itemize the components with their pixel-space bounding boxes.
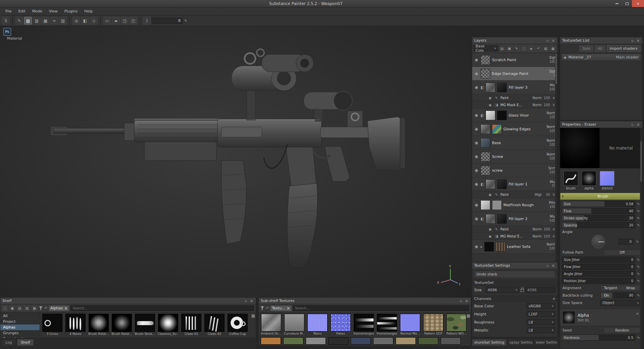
- edit-value-icon[interactable]: [635, 240, 640, 244]
- angle-jitter-slider[interactable]: Angle Jitter0: [562, 271, 641, 277]
- fill-geometry-triangle-icon[interactable]: ◳: [121, 17, 129, 25]
- effect-row[interactable]: PaintHlgt30: [472, 191, 557, 198]
- stylus-pressure-icon[interactable]: ): [143, 17, 151, 25]
- maximize-button[interactable]: [622, 0, 632, 7]
- texture-item[interactable]: Pattern WO...: [446, 314, 467, 335]
- remove-alpha-icon[interactable]: [635, 311, 640, 323]
- layer-visibility-toggle[interactable]: [474, 140, 479, 145]
- channel-format-dropdown[interactable]: L8: [527, 319, 555, 325]
- chip-remove-icon[interactable]: [64, 306, 67, 311]
- follow-path-toggle[interactable]: Off: [604, 250, 641, 255]
- smudge-tool-icon[interactable]: ≈: [50, 17, 58, 25]
- minimize-button[interactable]: [612, 0, 622, 7]
- tab-textureset-settings[interactable]: xtureSet Setting: [472, 339, 507, 346]
- shelf-item[interactable]: Claws 02: [204, 314, 225, 337]
- layer-visibility-toggle[interactable]: [474, 168, 479, 173]
- shelf-search-input[interactable]: [70, 305, 254, 311]
- panel-float-icon[interactable]: [244, 299, 248, 303]
- panel-float-icon[interactable]: [545, 39, 550, 42]
- texture-thumbnail[interactable]: [351, 337, 371, 345]
- layer-row[interactable]: Glass VisorNorm100: [472, 108, 557, 122]
- texture-item[interactable]: flakes: [330, 314, 351, 335]
- category-grunges[interactable]: Grunges: [0, 330, 40, 336]
- panel-close-icon[interactable]: [551, 263, 555, 268]
- effect-row[interactable]: MG Metal E...Norm100: [472, 233, 557, 240]
- texture-item[interactable]: Curvature M...: [284, 314, 305, 335]
- category-project[interactable]: Project: [0, 319, 40, 324]
- add-smart-material-icon[interactable]: ◈: [528, 45, 534, 52]
- hardness-slider[interactable]: Hardness0.5: [562, 335, 641, 341]
- material-picker-icon[interactable]: ◎: [72, 17, 80, 25]
- texture-item[interactable]: fresnelranges: [353, 314, 374, 335]
- alpha-slot[interactable]: [582, 171, 596, 186]
- panel-close-icon[interactable]: [464, 299, 469, 303]
- channel-format-dropdown[interactable]: sRGB8: [527, 303, 555, 309]
- viewport-3d[interactable]: Ps Material Y X z: [0, 26, 471, 297]
- layer-visibility-toggle[interactable]: [474, 57, 479, 62]
- alpha-thumbnail[interactable]: [563, 311, 575, 323]
- shelf-refresh-icon[interactable]: ▥: [24, 305, 30, 311]
- layer-visibility-toggle[interactable]: [474, 244, 479, 249]
- shelf-item[interactable]: Brush Rotat...: [88, 314, 109, 337]
- layer-row[interactable]: Fill layer 2Mul100: [472, 212, 557, 226]
- effect-visibility-toggle[interactable]: [488, 227, 493, 231]
- channel-filter-dropdown[interactable]: Base Colo: [474, 45, 498, 51]
- size-dropdown[interactable]: 4096: [486, 287, 519, 293]
- add-paint-layer-icon[interactable]: ✎: [513, 45, 520, 52]
- panel-float-icon[interactable]: [545, 264, 550, 267]
- projection-tool-icon[interactable]: ▧: [33, 17, 41, 25]
- tab-display-settings[interactable]: splay Setting: [507, 339, 533, 346]
- clear-filter-icon[interactable]: [44, 306, 47, 310]
- menu-mode[interactable]: Mode: [29, 8, 46, 15]
- tab-shelf[interactable]: Shelf: [17, 339, 34, 346]
- channel-format-dropdown[interactable]: L8: [527, 327, 555, 333]
- layer-row[interactable]: Glowing EdgesNorm100: [472, 122, 557, 136]
- spacing-slider[interactable]: Spacing20: [562, 222, 641, 228]
- texture-item[interactable]: Ambient Oc...: [261, 314, 282, 335]
- panel-close-icon[interactable]: [249, 299, 254, 303]
- chip-remove-icon[interactable]: [287, 306, 290, 311]
- layer-row[interactable]: BaseNorm100: [472, 136, 557, 150]
- import-shaders-button[interactable]: Import shaders: [607, 45, 641, 52]
- channel-format-dropdown[interactable]: L16F: [527, 311, 555, 317]
- grid-view-icon[interactable]: [251, 313, 255, 318]
- eraser-tool-icon[interactable]: ▨: [24, 17, 32, 25]
- effect-visibility-toggle[interactable]: [488, 96, 493, 100]
- angle-dial[interactable]: [592, 235, 605, 248]
- add-effect-icon[interactable]: ▤: [499, 45, 505, 52]
- size-slider[interactable]: Size0.58: [562, 201, 641, 207]
- brush-section-header[interactable]: Brush: [560, 193, 642, 200]
- menu-view[interactable]: View: [46, 8, 61, 15]
- layer-row[interactable]: ScrewNorm100: [472, 150, 557, 164]
- effect-visibility-toggle[interactable]: [488, 234, 493, 238]
- layer-visibility-toggle[interactable]: [474, 182, 479, 186]
- flow-slider[interactable]: Flow40: [562, 208, 641, 214]
- fill-geometry-mesh-icon[interactable]: ▭: [103, 17, 111, 25]
- fill-geometry-object-icon[interactable]: ◰: [130, 17, 137, 25]
- layer-visibility-toggle[interactable]: [474, 154, 479, 159]
- shelf-item[interactable]: 4 Marks: [65, 314, 86, 337]
- brush-size-edit-icon[interactable]: [184, 19, 188, 23]
- layer-visibility-toggle[interactable]: [474, 203, 479, 207]
- menu-file[interactable]: File: [2, 8, 15, 15]
- filter-icon[interactable]: [39, 306, 43, 310]
- texture-item[interactable]: Normal Ma...: [400, 314, 420, 335]
- angle-value-field[interactable]: 0: [618, 239, 633, 245]
- menu-help[interactable]: Help: [81, 8, 96, 15]
- backface-angle-field[interactable]: 90: [613, 293, 635, 298]
- layers-scrollbar[interactable]: [555, 53, 557, 262]
- texture-thumbnail[interactable]: [373, 337, 393, 345]
- solo-button[interactable]: Solo: [579, 45, 593, 52]
- menu-edit[interactable]: Edit: [15, 8, 29, 15]
- delete-layer-icon[interactable]: ▦: [550, 45, 556, 52]
- all-button[interactable]: All: [595, 45, 605, 52]
- alignment-wrap[interactable]: Wrap: [621, 286, 641, 291]
- flow-jitter-slider[interactable]: Flow Jitter0: [562, 264, 641, 270]
- texture-thumbnail[interactable]: [283, 337, 303, 345]
- effect-row[interactable]: MG Mask E...Norm100: [472, 101, 557, 108]
- clear-filter-icon[interactable]: [266, 306, 269, 310]
- layer-visibility-toggle[interactable]: [474, 85, 479, 90]
- brush-size-field[interactable]: 8: [152, 18, 183, 24]
- shelf-import-icon[interactable]: ▣: [9, 305, 15, 311]
- clone-tool-icon[interactable]: ▥: [59, 17, 67, 25]
